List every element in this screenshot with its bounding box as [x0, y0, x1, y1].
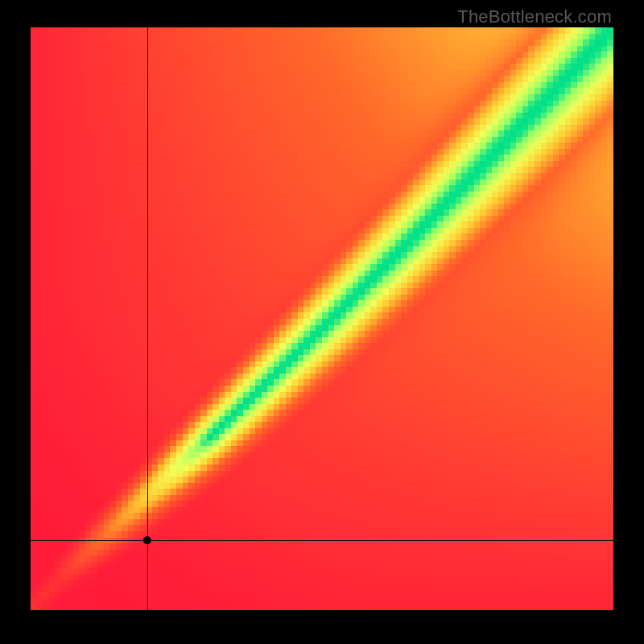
bottleneck-heatmap: [31, 27, 613, 610]
watermark-text: TheBottleneck.com: [457, 6, 612, 27]
chart-stage: TheBottleneck.com: [0, 0, 644, 644]
